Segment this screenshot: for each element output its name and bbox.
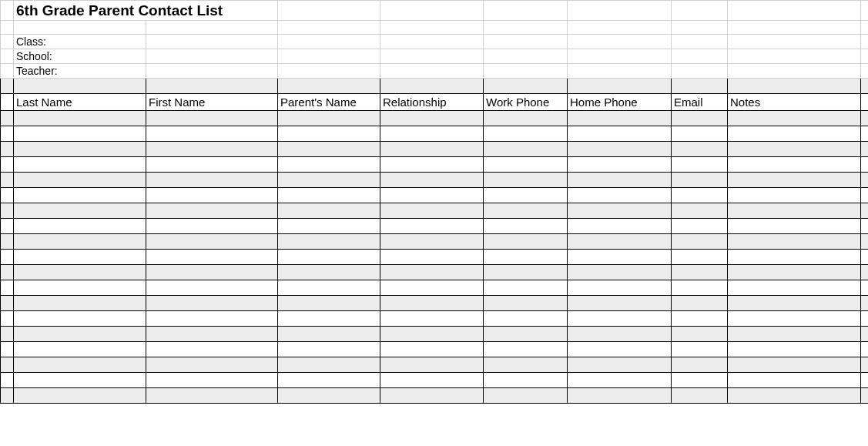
cell-email[interactable] xyxy=(672,296,728,311)
cell-home-phone[interactable] xyxy=(568,280,672,296)
cell-email[interactable] xyxy=(672,250,728,265)
cell-relationship[interactable] xyxy=(380,327,484,342)
cell-email[interactable] xyxy=(672,234,728,250)
cell-relationship[interactable] xyxy=(380,342,484,357)
cell-notes[interactable] xyxy=(728,157,861,173)
cell-work-phone[interactable] xyxy=(484,357,568,373)
cell-last-name[interactable] xyxy=(14,188,146,203)
cell-relationship[interactable] xyxy=(380,188,484,203)
cell-work-phone[interactable] xyxy=(484,203,568,219)
cell-last-name[interactable] xyxy=(14,388,146,404)
cell-email[interactable] xyxy=(672,265,728,280)
cell-email[interactable] xyxy=(672,342,728,357)
cell-work-phone[interactable] xyxy=(484,311,568,327)
cell-notes[interactable] xyxy=(728,219,861,234)
cell-work-phone[interactable] xyxy=(484,219,568,234)
cell-work-phone[interactable] xyxy=(484,327,568,342)
cell-notes[interactable] xyxy=(728,250,861,265)
cell-first-name[interactable] xyxy=(146,373,278,388)
cell-home-phone[interactable] xyxy=(568,126,672,142)
cell-last-name[interactable] xyxy=(14,203,146,219)
cell-last-name[interactable] xyxy=(14,126,146,142)
cell-email[interactable] xyxy=(672,373,728,388)
cell-first-name[interactable] xyxy=(146,157,278,173)
cell-parents-name[interactable] xyxy=(278,219,380,234)
cell-parents-name[interactable] xyxy=(278,357,380,373)
cell-first-name[interactable] xyxy=(146,250,278,265)
cell-notes[interactable] xyxy=(728,373,861,388)
cell-last-name[interactable] xyxy=(14,250,146,265)
cell-parents-name[interactable] xyxy=(278,188,380,203)
cell-last-name[interactable] xyxy=(14,327,146,342)
cell-last-name[interactable] xyxy=(14,342,146,357)
cell-parents-name[interactable] xyxy=(278,203,380,219)
cell-notes[interactable] xyxy=(728,342,861,357)
cell-email[interactable] xyxy=(672,188,728,203)
col-first-name[interactable]: First Name xyxy=(146,94,278,111)
cell-notes[interactable] xyxy=(728,188,861,203)
cell-last-name[interactable] xyxy=(14,142,146,157)
cell-home-phone[interactable] xyxy=(568,250,672,265)
col-work-phone[interactable]: Work Phone xyxy=(484,94,568,111)
cell-first-name[interactable] xyxy=(146,219,278,234)
cell-first-name[interactable] xyxy=(146,173,278,188)
cell-relationship[interactable] xyxy=(380,388,484,404)
cell-last-name[interactable] xyxy=(14,173,146,188)
cell-relationship[interactable] xyxy=(380,142,484,157)
cell-last-name[interactable] xyxy=(14,280,146,296)
cell-parents-name[interactable] xyxy=(278,157,380,173)
cell-notes[interactable] xyxy=(728,173,861,188)
cell-notes[interactable] xyxy=(728,126,861,142)
cell-parents-name[interactable] xyxy=(278,373,380,388)
cell-email[interactable] xyxy=(672,388,728,404)
cell-work-phone[interactable] xyxy=(484,296,568,311)
cell-work-phone[interactable] xyxy=(484,142,568,157)
cell-email[interactable] xyxy=(672,327,728,342)
cell-relationship[interactable] xyxy=(380,280,484,296)
cell-relationship[interactable] xyxy=(380,265,484,280)
cell-last-name[interactable] xyxy=(14,265,146,280)
cell-notes[interactable] xyxy=(728,296,861,311)
cell-home-phone[interactable] xyxy=(568,173,672,188)
cell-last-name[interactable] xyxy=(14,219,146,234)
cell-home-phone[interactable] xyxy=(568,188,672,203)
col-relationship[interactable]: Relationship xyxy=(380,94,484,111)
cell-home-phone[interactable] xyxy=(568,142,672,157)
cell-relationship[interactable] xyxy=(380,373,484,388)
cell-work-phone[interactable] xyxy=(484,265,568,280)
cell-parents-name[interactable] xyxy=(278,296,380,311)
cell-work-phone[interactable] xyxy=(484,373,568,388)
cell-relationship[interactable] xyxy=(380,219,484,234)
cell-last-name[interactable] xyxy=(14,157,146,173)
cell-first-name[interactable] xyxy=(146,311,278,327)
cell-work-phone[interactable] xyxy=(484,250,568,265)
cell-home-phone[interactable] xyxy=(568,342,672,357)
cell-parents-name[interactable] xyxy=(278,250,380,265)
cell-parents-name[interactable] xyxy=(278,388,380,404)
col-last-name[interactable]: Last Name xyxy=(14,94,146,111)
cell-email[interactable] xyxy=(672,173,728,188)
cell-home-phone[interactable] xyxy=(568,373,672,388)
cell-work-phone[interactable] xyxy=(484,280,568,296)
cell-last-name[interactable] xyxy=(14,234,146,250)
cell-notes[interactable] xyxy=(728,280,861,296)
cell-notes[interactable] xyxy=(728,357,861,373)
cell-parents-name[interactable] xyxy=(278,311,380,327)
cell-first-name[interactable] xyxy=(146,296,278,311)
cell-email[interactable] xyxy=(672,357,728,373)
cell-first-name[interactable] xyxy=(146,142,278,157)
cell-notes[interactable] xyxy=(728,234,861,250)
cell-last-name[interactable] xyxy=(14,296,146,311)
cell-parents-name[interactable] xyxy=(278,234,380,250)
cell-relationship[interactable] xyxy=(380,234,484,250)
cell-home-phone[interactable] xyxy=(568,388,672,404)
cell-first-name[interactable] xyxy=(146,357,278,373)
cell-home-phone[interactable] xyxy=(568,157,672,173)
cell-home-phone[interactable] xyxy=(568,265,672,280)
cell-parents-name[interactable] xyxy=(278,142,380,157)
cell-relationship[interactable] xyxy=(380,126,484,142)
cell-first-name[interactable] xyxy=(146,280,278,296)
cell-work-phone[interactable] xyxy=(484,173,568,188)
cell-parents-name[interactable] xyxy=(278,280,380,296)
cell-notes[interactable] xyxy=(728,265,861,280)
